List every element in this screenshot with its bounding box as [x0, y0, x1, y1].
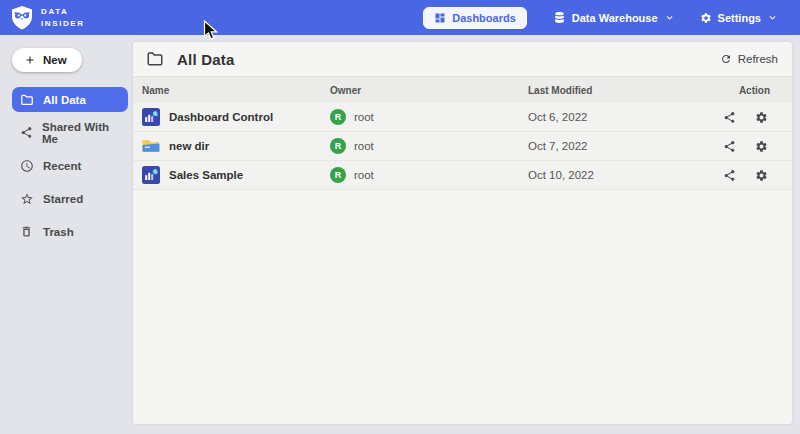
database-icon — [553, 11, 566, 24]
last-modified: Oct 10, 2022 — [528, 169, 723, 181]
trash-icon — [20, 225, 34, 239]
owner-name: root — [354, 111, 374, 123]
owner-cell: R root — [330, 167, 528, 183]
last-modified: Oct 7, 2022 — [528, 140, 723, 152]
star-icon — [20, 192, 34, 206]
topbar: DATA INSIDER Dashboards Data Warehouse — [0, 0, 800, 35]
share-icon[interactable] — [723, 169, 736, 182]
dashboards-label: Dashboards — [452, 12, 516, 24]
folder-icon — [146, 50, 164, 68]
last-modified: Oct 6, 2022 — [528, 111, 723, 123]
column-header-last-modified: Last Modified — [528, 85, 723, 96]
gear-icon — [700, 12, 712, 24]
column-header-name: Name — [142, 85, 330, 96]
table-header: NameOwnerLast ModifiedAction — [133, 77, 792, 103]
share-icon — [20, 126, 33, 140]
sidebar-item-label: Shared With Me — [42, 121, 120, 145]
owner-name: root — [354, 169, 374, 181]
share-icon[interactable] — [723, 140, 736, 153]
sidebar-item-shared-with-me[interactable]: Shared With Me — [12, 120, 128, 145]
sidebar-item-starred[interactable]: Starred — [12, 186, 128, 211]
chevron-down-icon — [665, 13, 674, 22]
folder-icon — [20, 93, 34, 107]
clock-icon — [20, 159, 34, 173]
refresh-label: Refresh — [738, 53, 778, 65]
sidebar-item-label: Starred — [43, 193, 83, 205]
settings-menu[interactable]: Settings — [700, 12, 777, 24]
sidebar: New All Data Shared With Me Recent Starr… — [0, 35, 133, 434]
share-icon[interactable] — [723, 111, 736, 124]
content-header: All Data Refresh — [133, 42, 792, 77]
sidebar-item-label: All Data — [43, 94, 86, 106]
page-title: All Data — [177, 51, 234, 68]
app-title: DATA INSIDER — [41, 6, 85, 30]
settings-label: Settings — [718, 12, 761, 24]
file-name: Sales Sample — [169, 169, 243, 181]
dashboard-grid-icon — [434, 12, 446, 24]
data-warehouse-label: Data Warehouse — [572, 12, 658, 24]
app-logo: DATA INSIDER — [10, 5, 85, 31]
action-cell — [723, 169, 792, 182]
owner-cell: R root — [330, 109, 528, 125]
column-header-action: Action — [739, 85, 792, 96]
gear-icon[interactable] — [755, 111, 768, 124]
table-row[interactable]: new dir R root Oct 7, 2022 — [133, 132, 792, 161]
file-name: Dashboard Control — [169, 111, 273, 123]
owner-cell: R root — [330, 138, 528, 154]
page-body: New All Data Shared With Me Recent Starr… — [0, 35, 800, 434]
sidebar-item-all-data[interactable]: All Data — [12, 87, 128, 112]
column-header-owner: Owner — [330, 85, 528, 96]
file-name: new dir — [169, 140, 209, 152]
avatar: R — [330, 138, 346, 154]
sidebar-item-label: Trash — [43, 226, 74, 238]
table-body: Dashboard Control R root Oct 6, 2022 new… — [133, 103, 792, 190]
gear-icon[interactable] — [755, 140, 768, 153]
table-row[interactable]: Dashboard Control R root Oct 6, 2022 — [133, 103, 792, 132]
dashboard-file-icon — [142, 166, 160, 184]
data-warehouse-menu[interactable]: Data Warehouse — [553, 11, 674, 24]
refresh-button[interactable]: Refresh — [720, 53, 778, 65]
table-row[interactable]: Sales Sample R root Oct 10, 2022 — [133, 161, 792, 190]
file-name-cell[interactable]: Sales Sample — [142, 166, 330, 184]
action-cell — [723, 140, 792, 153]
owl-logo-icon — [10, 5, 34, 31]
refresh-icon — [720, 53, 732, 65]
owner-name: root — [354, 140, 374, 152]
sidebar-nav: All Data Shared With Me Recent Starred T… — [0, 87, 133, 244]
topnav: Dashboards Data Warehouse Settings — [423, 7, 777, 29]
file-name-cell[interactable]: new dir — [142, 137, 330, 155]
dashboards-button[interactable]: Dashboards — [423, 7, 527, 29]
action-cell — [723, 111, 792, 124]
sidebar-item-trash[interactable]: Trash — [12, 219, 128, 244]
content-card: All Data Refresh NameOwnerLast ModifiedA… — [133, 42, 792, 424]
sidebar-item-label: Recent — [43, 160, 81, 172]
gear-icon[interactable] — [755, 169, 768, 182]
new-button[interactable]: New — [12, 48, 82, 72]
folder-file-icon — [142, 137, 160, 155]
new-button-label: New — [43, 54, 67, 66]
avatar: R — [330, 167, 346, 183]
avatar: R — [330, 109, 346, 125]
file-name-cell[interactable]: Dashboard Control — [142, 108, 330, 126]
sidebar-item-recent[interactable]: Recent — [12, 153, 128, 178]
chevron-down-icon — [768, 13, 777, 22]
plus-icon — [24, 54, 36, 66]
dashboard-file-icon — [142, 108, 160, 126]
